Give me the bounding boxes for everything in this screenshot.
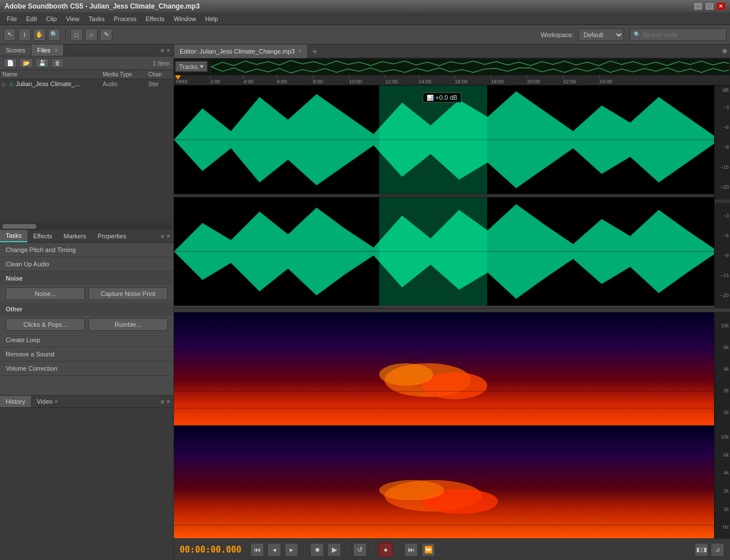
- expand-icon: ▷: [2, 81, 7, 87]
- tracks-dropdown-button[interactable]: Tracks ▾: [175, 61, 208, 72]
- fast-forward-button[interactable]: ⏩: [421, 543, 435, 557]
- task-create-loop[interactable]: Create Loop: [0, 333, 173, 347]
- menu-clip[interactable]: Clip: [42, 14, 62, 23]
- time-ruler[interactable]: HMS 2:00 4:00 6:00 8:00 10:00 12:00 14:0…: [174, 75, 730, 86]
- editor-tab[interactable]: Editor: Julian_Jess Climate_Change.mp3 ×: [174, 44, 308, 58]
- noise-button[interactable]: Noise...: [6, 287, 85, 300]
- ruler-ticks-svg: [174, 75, 730, 86]
- svg-rect-18: [379, 86, 487, 194]
- freq-4kb: 4k: [716, 470, 729, 476]
- transport-sep-2: [347, 544, 347, 555]
- tab-files[interactable]: Files ×: [31, 44, 64, 56]
- tasks-panel-close[interactable]: ×: [165, 233, 171, 240]
- files-scrollbar[interactable]: [0, 222, 173, 229]
- extra-btn-1[interactable]: ◧◨: [695, 543, 708, 557]
- db-3b: −3: [716, 213, 729, 218]
- scrollbar-thumb[interactable]: [2, 224, 36, 229]
- file-item[interactable]: ▷ ♫ Julian_Jess Climate_... Audio Ster: [0, 79, 173, 88]
- hand-tool-button[interactable]: ✋: [33, 29, 46, 41]
- minimize-button[interactable]: ─: [694, 2, 703, 10]
- editor-add-tab-button[interactable]: +: [308, 47, 322, 56]
- ruler-2m: 2:00: [210, 79, 220, 84]
- search-input[interactable]: [643, 31, 723, 38]
- extra-btn-2[interactable]: ⊿: [711, 543, 724, 557]
- menu-file[interactable]: File: [2, 14, 22, 23]
- stop-button[interactable]: ■: [310, 543, 324, 557]
- delete-file-button[interactable]: 🗑: [51, 58, 64, 68]
- ruler-12m: 12:00: [386, 79, 399, 84]
- panel-menu-button[interactable]: ≡: [160, 47, 165, 54]
- file-media-type: Audio: [103, 81, 148, 87]
- track-resize-handle[interactable]: · · · · · · ·: [174, 308, 730, 313]
- record-button[interactable]: ●: [379, 543, 392, 557]
- tab-tasks[interactable]: Tasks: [0, 230, 27, 242]
- zoom-tool-button[interactable]: 🔍: [48, 29, 60, 41]
- db-scale-bottom: −3 −6 −9 −15 −20: [714, 203, 730, 308]
- tasks-panel-menu[interactable]: ≡: [160, 233, 165, 240]
- waveform-top[interactable]: 📊 +0.0 dB: [174, 86, 714, 194]
- task-volume-correction[interactable]: Volume Correction: [0, 362, 173, 376]
- capture-noise-button[interactable]: Capture Noise Print: [88, 287, 168, 300]
- rumble-button[interactable]: Rumble...: [88, 318, 168, 331]
- save-file-button[interactable]: 💾: [35, 58, 49, 68]
- bottom-panel-menu[interactable]: ≡: [160, 399, 165, 405]
- tab-markers[interactable]: Markers: [58, 230, 92, 242]
- spectrogram-top[interactable]: [174, 313, 714, 425]
- menu-help[interactable]: Help: [201, 14, 223, 23]
- maximize-button[interactable]: □: [705, 2, 714, 10]
- clicks-pops-button[interactable]: Clicks & Pops...: [6, 318, 85, 331]
- bottom-panel-close[interactable]: ×: [165, 399, 171, 405]
- overview-waveform[interactable]: [211, 59, 729, 74]
- freq-10kb: 10k: [716, 434, 729, 440]
- menu-tasks[interactable]: Tasks: [84, 14, 109, 23]
- files-tab-close[interactable]: ×: [55, 47, 58, 54]
- go-to-end-button[interactable]: ⏭: [404, 543, 418, 557]
- menu-effects[interactable]: Effects: [141, 14, 169, 23]
- pencil-tool-button[interactable]: ✎: [100, 29, 112, 41]
- loop-button[interactable]: ↺: [353, 543, 367, 557]
- transport-sep-1: [304, 544, 305, 555]
- menu-view[interactable]: View: [62, 14, 84, 23]
- ruler-14m: 14:00: [419, 79, 432, 84]
- menu-window[interactable]: Window: [169, 14, 201, 23]
- task-remove-sound[interactable]: Remove a Sound: [0, 347, 173, 362]
- next-frame-button[interactable]: ▸: [285, 543, 298, 557]
- tab-history[interactable]: History: [0, 396, 31, 407]
- task-change-pitch[interactable]: Change Pitch and Timing: [0, 243, 173, 257]
- audio-file-icon: ♫: [9, 81, 14, 87]
- db-15: −15: [716, 164, 729, 170]
- tab-properties[interactable]: Properties: [92, 230, 132, 242]
- titlebar: Adobe Soundbooth CS5 - Julian_Jess Clima…: [0, 0, 730, 13]
- window-controls: ─ □ ✕: [694, 2, 725, 10]
- ruler-24m: 24:00: [599, 79, 613, 84]
- menu-process[interactable]: Process: [109, 14, 141, 23]
- cursor-tool-button[interactable]: ↖: [3, 29, 16, 41]
- new-file-button[interactable]: 📄: [3, 58, 17, 68]
- waveform-bottom[interactable]: [174, 197, 714, 306]
- spectrogram-bottom[interactable]: [174, 426, 714, 539]
- tab-effects[interactable]: Effects: [27, 230, 58, 242]
- open-file-button[interactable]: 📂: [19, 58, 33, 68]
- prev-frame-button[interactable]: ◂: [267, 543, 281, 557]
- tracks-label: Tracks: [179, 63, 198, 70]
- editor-tab-close[interactable]: ×: [298, 48, 302, 54]
- tab-scores[interactable]: Scores: [0, 44, 31, 56]
- lasso-tool-button[interactable]: ○: [85, 29, 98, 41]
- marquee-tool-button[interactable]: □: [70, 29, 83, 41]
- menu-edit[interactable]: Edit: [22, 14, 42, 23]
- col-header-name: Name: [2, 71, 103, 78]
- playhead-triangle: [175, 75, 181, 80]
- transport-sep-3: [372, 544, 373, 555]
- video-tab-close[interactable]: ×: [54, 398, 58, 405]
- go-to-start-button[interactable]: ⏮: [250, 543, 264, 557]
- workspace-select[interactable]: Default: [578, 29, 624, 41]
- editor-zoom-button[interactable]: ⊕: [719, 46, 730, 57]
- time-select-button[interactable]: I: [18, 29, 31, 41]
- task-clean-audio[interactable]: Clean Up Audio: [0, 257, 173, 271]
- tab-video[interactable]: Video ×: [31, 396, 63, 407]
- panel-close-button[interactable]: ×: [165, 47, 171, 54]
- db-label: dB: [723, 87, 729, 93]
- db-6: −6: [716, 124, 729, 130]
- close-button[interactable]: ✕: [716, 2, 725, 10]
- play-button[interactable]: ▶: [327, 543, 341, 557]
